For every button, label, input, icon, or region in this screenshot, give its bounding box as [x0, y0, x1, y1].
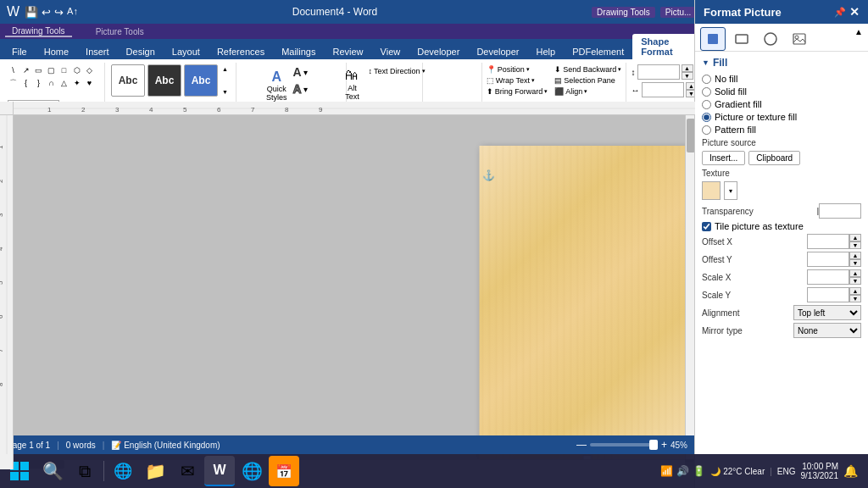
language-indicator[interactable]: ENG [777, 467, 796, 476]
panel-pin-icon[interactable]: 📌 [834, 7, 846, 18]
save-btn[interactable]: 💾 [25, 6, 38, 19]
gradient-fill-radio[interactable] [702, 100, 711, 109]
height-spinner[interactable]: ▲ ▼ [682, 64, 693, 80]
align-btn[interactable]: ⬛ Align ▾ [552, 86, 624, 97]
tab-developer[interactable]: Developer [409, 44, 468, 59]
tab-references[interactable]: References [209, 44, 273, 59]
rounded-rect-icon[interactable]: ▢ [46, 64, 58, 76]
network-icon[interactable]: 📶 [660, 465, 673, 477]
scale-x-input[interactable]: 100% [807, 269, 849, 285]
swatch-dark[interactable]: Abc [147, 64, 181, 97]
tab-home[interactable]: Home [36, 44, 77, 59]
offset-x-input[interactable]: 0 pt [807, 234, 849, 249]
scale-x-spinner[interactable]: ▲ ▼ [849, 269, 861, 285]
panel-close-icon[interactable]: ✕ [849, 5, 860, 19]
text-direction-btn[interactable]: ↕ Text Direction ▾ [365, 66, 427, 76]
scale-y-spinner[interactable]: ▲ ▼ [849, 287, 861, 302]
svg-rect-23 [736, 35, 748, 43]
triangle-icon[interactable]: △ [58, 77, 70, 89]
offset-x-row: Offset X 0 pt ▲ ▼ [702, 234, 861, 249]
volume-icon[interactable]: 🔊 [676, 465, 689, 477]
zoom-slider[interactable] [590, 443, 658, 446]
offset-y-spinner[interactable]: ▲ ▼ [849, 252, 861, 267]
arrow-shape-icon[interactable]: ↗ [20, 64, 32, 76]
heart-icon[interactable]: ♥ [84, 77, 96, 89]
position-btn[interactable]: 📍 Position ▾ [484, 64, 551, 75]
no-fill-radio[interactable] [702, 75, 711, 84]
tab-view[interactable]: View [372, 44, 409, 59]
task-view-btn[interactable]: ⧉ [70, 456, 100, 486]
battery-icon[interactable]: 🔋 [693, 465, 705, 477]
panel-type-tabs: ▲ [695, 24, 868, 52]
alt-text-btn[interactable]: 🗛 Alt Text [341, 64, 363, 103]
panel-scroll-up[interactable]: ▲ [854, 27, 863, 51]
accessibility-btn[interactable]: A↑ [67, 6, 78, 19]
mail-btn[interactable]: ✉ [172, 456, 203, 486]
redo-btn[interactable]: ↪ [54, 6, 64, 19]
star-icon[interactable]: ✦ [71, 77, 83, 89]
texture-dropdown[interactable]: ▾ [724, 181, 737, 200]
panel-tab-picture[interactable] [787, 27, 812, 51]
scale-y-input[interactable]: 100% [807, 287, 849, 302]
rect-shape-icon[interactable]: ▭ [33, 64, 45, 76]
search-taskbar-btn[interactable]: 🔍 [37, 456, 68, 486]
tab-pdfelement[interactable]: PDFelement [564, 44, 632, 59]
swatch-blue[interactable]: Abc [184, 64, 218, 97]
zoom-in-btn[interactable]: + [661, 439, 667, 451]
panel-title: Format Picture [704, 6, 782, 19]
more-styles-btn[interactable]: ▲ ▼ [220, 64, 230, 97]
curve-icon[interactable]: ⌒ [8, 77, 19, 89]
picture-texture-radio[interactable] [702, 113, 711, 122]
clipboard-btn[interactable]: Clipboard [748, 151, 800, 165]
chrome-btn[interactable]: 🌐 [236, 456, 267, 486]
selection-pane-btn[interactable]: ▤ Selection Pane [552, 75, 624, 86]
brace-icon[interactable]: { [20, 77, 32, 89]
fill-section-header[interactable]: ▼ Fill [702, 57, 861, 69]
tab-review[interactable]: Review [325, 44, 372, 59]
diamond-icon[interactable]: ◇ [84, 64, 96, 76]
tab-insert[interactable]: Insert [77, 44, 118, 59]
word-taskbar-btn[interactable]: W [204, 456, 235, 486]
height-input[interactable]: 11.65" [637, 64, 680, 80]
offset-y-input[interactable]: 0 pt [807, 252, 849, 267]
tab-help[interactable]: Help [528, 44, 565, 59]
panel-tab-fill[interactable] [700, 27, 726, 51]
transparency-input[interactable]: 0% [819, 203, 861, 219]
texture-preview[interactable] [702, 181, 721, 200]
line-shape-icon[interactable]: \ [8, 64, 19, 76]
insert-btn[interactable]: Insert... [702, 151, 745, 165]
width-input[interactable]: 8.46" [642, 82, 684, 97]
tab-layout[interactable]: Layout [164, 44, 209, 59]
tile-checkbox[interactable] [702, 222, 711, 231]
arc-icon[interactable]: ∩ [46, 77, 58, 89]
solid-fill-radio[interactable] [702, 87, 711, 97]
tab-mailings[interactable]: Mailings [273, 44, 324, 59]
tab-file[interactable]: File [3, 44, 36, 59]
edge-browser-btn[interactable]: 🌐 [108, 456, 138, 486]
square-icon[interactable]: □ [58, 64, 70, 76]
picture-texture-row: Picture or texture fill [702, 112, 861, 122]
cylinder-icon[interactable]: ⬡ [71, 64, 83, 76]
bring-forward-btn[interactable]: ⬆ Bring Forward ▾ [484, 86, 551, 97]
tile-label: Tile picture as texture [715, 221, 804, 231]
wrap-text-btn[interactable]: ⬚ Wrap Text ▾ [484, 75, 551, 86]
alignment-select[interactable]: Top left Top center Top right [793, 305, 861, 320]
calendar-btn[interactable]: 📅 [269, 456, 299, 486]
pattern-fill-radio[interactable] [702, 125, 711, 135]
zoom-out-btn[interactable]: — [576, 439, 587, 451]
bracket-icon[interactable]: } [33, 77, 45, 89]
undo-btn[interactable]: ↩ [42, 6, 51, 19]
tab-developer2[interactable]: Developer [468, 44, 527, 59]
text-outline-btn[interactable]: A ▾ [292, 81, 309, 97]
panel-tab-effects[interactable] [758, 27, 783, 51]
notifications-btn[interactable]: 🔔 [843, 464, 858, 478]
offset-x-spinner[interactable]: ▲ ▼ [849, 234, 861, 249]
panel-tab-shape[interactable] [729, 27, 754, 51]
file-explorer-btn[interactable]: 📁 [140, 456, 170, 486]
scroll-thumb-v[interactable] [687, 119, 695, 152]
mirror-select[interactable]: None [793, 323, 861, 338]
text-fill-btn[interactable]: A ▾ [292, 64, 309, 80]
send-backward-btn[interactable]: ⬇ Send Backward ▾ [552, 64, 624, 75]
tab-design[interactable]: Design [118, 44, 164, 59]
swatch-light[interactable]: Abc [111, 64, 145, 97]
